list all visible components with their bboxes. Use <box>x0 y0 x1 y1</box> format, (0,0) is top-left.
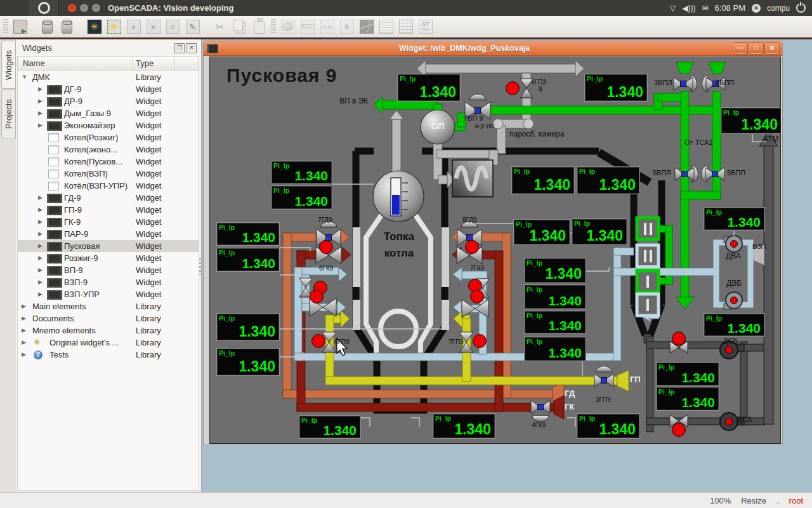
window-maximize-button[interactable]: ▫ <box>92 4 100 12</box>
run-project-button[interactable] <box>10 17 30 36</box>
mail-icon[interactable]: ✉ <box>702 4 708 13</box>
expander-right-icon[interactable]: ▶ <box>38 110 43 116</box>
value-display[interactable]: Pi_Ip 1.340 <box>433 413 495 439</box>
current-user[interactable]: root <box>789 496 803 505</box>
value-display[interactable]: Pi_Ip 1.340 <box>524 284 586 309</box>
expander-right-icon[interactable]: ▶ <box>22 327 26 333</box>
value-display[interactable]: Pi_Ip 1.340 <box>656 362 719 386</box>
tree-header[interactable]: Name Type <box>17 56 199 70</box>
expander-down-icon[interactable]: ▼ <box>22 74 27 80</box>
toolbar-handle[interactable] <box>3 19 8 34</box>
tree-item-Mnemo_elements[interactable]: ▶Mnemo elementsLibrary <box>18 324 199 337</box>
tab-widgets[interactable]: Widgets <box>1 41 16 89</box>
tree-item-Пусковая[interactable]: ▶ПусковаяWidget <box>18 240 199 252</box>
zoom-level[interactable]: 100% <box>710 496 731 505</box>
display-tag: Pi_Ip <box>219 314 235 322</box>
session-user[interactable]: compu <box>767 4 790 13</box>
mimic-canvas[interactable]: Пусковая 9 С/П Топка котла Pi_Ip 1.340Pi… <box>209 57 781 444</box>
expander-right-icon[interactable]: ▶ <box>22 315 26 321</box>
expander-right-icon[interactable]: ▶ <box>38 98 43 104</box>
expander-right-icon[interactable]: ▶ <box>22 303 26 309</box>
tree-item-ДР-9[interactable]: ▶ДР-9Widget <box>18 95 199 107</box>
panel-float-button[interactable]: ❐ <box>174 43 185 53</box>
value-display[interactable]: Pi_Ip 1.340 <box>572 218 627 245</box>
expander-right-icon[interactable]: ▶ <box>38 194 43 201</box>
window-close-button[interactable]: × <box>68 4 76 12</box>
tree-item-Documents[interactable]: ▶DocumentsLibrary <box>18 312 199 324</box>
value-display[interactable]: Pi_Ip 1.340 <box>271 185 332 210</box>
expander-right-icon[interactable]: ▶ <box>38 279 43 285</box>
tree-item-Дым_Газы_9[interactable]: ▶Дым_Газы 9Widget <box>18 107 199 119</box>
widget-minimize-button[interactable]: — <box>733 43 747 54</box>
new-widget-library-button[interactable]: ✳ <box>84 17 104 36</box>
power-icon[interactable] <box>796 3 806 13</box>
tree-item-ДГ-9[interactable]: ▶ДГ-9Widget <box>18 83 199 95</box>
value-display[interactable]: Pi_Ip 1.340 <box>704 313 765 337</box>
clock[interactable]: 6:08 PM <box>715 3 745 13</box>
display-tag: Pi_Ip <box>587 75 603 83</box>
tree-item-ГК-9[interactable]: ▶ГК-9Widget <box>18 216 199 228</box>
expander-right-icon[interactable]: ▶ <box>38 291 43 297</box>
wifi-icon[interactable]: ▽ <box>670 4 676 13</box>
new-container-widget-button[interactable]: ✳ <box>104 17 124 36</box>
widget-maximize-button[interactable]: □ <box>749 43 763 54</box>
value-display[interactable]: Pi_Ip 1.340 <box>299 415 361 439</box>
value-display[interactable]: Pi_Ip 1.340 <box>216 348 280 376</box>
tree-item-ВЗП-УПР[interactable]: ▶ВЗП-УПРWidget <box>18 288 199 300</box>
expander-right-icon[interactable]: ▶ <box>38 243 43 249</box>
tree-item-ВЗП-9[interactable]: ▶ВЗП-9Widget <box>18 276 199 288</box>
value-display[interactable]: Pi_Ip 1.340 <box>513 219 570 245</box>
tree-item-Экономайзер[interactable]: ▶ЭкономайзерWidget <box>18 119 199 131</box>
tree-item-ПАР-9[interactable]: ▶ПАР-9Widget <box>18 228 199 240</box>
tree-item-Original_widget_s_[interactable]: ▶✳Original widget's ...Library <box>18 337 199 349</box>
save-to-db-button[interactable] <box>57 17 77 36</box>
splitter-handle[interactable] <box>199 258 202 275</box>
widget-close-button[interactable]: ✕ <box>765 43 779 54</box>
tree-item-Main_elements[interactable]: ▶Main elementsLibrary <box>18 300 199 312</box>
edit-mode[interactable]: Resize <box>741 496 766 505</box>
load-from-db-button[interactable] <box>37 17 57 36</box>
expander-right-icon[interactable]: ▶ <box>38 231 43 237</box>
tree-item-Розжиг-9[interactable]: ▶Розжиг-9Widget <box>18 252 199 264</box>
value-display[interactable]: Pi_Ip 1.340 <box>397 74 461 102</box>
value-display[interactable]: Pi_Ip 1.340 <box>577 166 640 194</box>
tree-item-Котел_Пусков_[interactable]: Котел(Пусков...Widget <box>18 156 199 168</box>
tree-item-ГП-9[interactable]: ▶ГП-9Widget <box>18 204 199 216</box>
value-display[interactable]: Pi_Ip 1.340 <box>271 161 332 184</box>
expander-right-icon[interactable]: ▶ <box>22 339 26 345</box>
value-display[interactable]: Pi_Ip 1.340 <box>511 166 575 194</box>
tree-item-Котел_ВЗП_[interactable]: Котел(ВЗП)Widget <box>18 168 199 180</box>
tree-item-Котел_эконо_[interactable]: Котел(эконо...Widget <box>18 144 199 156</box>
value-display[interactable]: Pi_Ip 1.340 <box>656 387 719 411</box>
expander-right-icon[interactable]: ▶ <box>38 255 43 261</box>
tree-item-Котёл_ВЗП-УПР_[interactable]: Котёл(ВЗП-УПР)Widget <box>18 180 199 192</box>
expander-right-icon[interactable]: ▶ <box>38 206 43 213</box>
value-display[interactable]: Pi_Ip 1.340 <box>524 337 586 361</box>
value-display[interactable]: Pi_Ip 1.340 <box>216 313 280 341</box>
tree-item-ВП-9[interactable]: ▶ВП-9Widget <box>18 264 199 276</box>
expander-right-icon[interactable]: ▶ <box>38 218 43 225</box>
value-display[interactable]: Pi_Ip 1.340 <box>721 107 781 134</box>
volume-icon[interactable]: ◀))) <box>682 4 695 13</box>
value-display[interactable]: Pi_Ip 1.340 <box>216 222 280 246</box>
toolbar-handle[interactable] <box>271 19 276 34</box>
window-minimize-button[interactable]: − <box>80 4 88 12</box>
tab-projects[interactable]: Projects <box>1 89 16 138</box>
expander-right-icon[interactable]: ▶ <box>22 351 26 358</box>
value-display[interactable]: Pi_Ip 1.340 <box>577 413 640 439</box>
value-display[interactable]: Pi_Ip 1.340 <box>704 207 765 231</box>
tree-item-ГД-9[interactable]: ▶ГД-9Widget <box>18 192 199 204</box>
panel-close-button[interactable]: ✕ <box>187 43 197 53</box>
value-display[interactable]: Pi_Ip 1.340 <box>584 74 648 102</box>
expander-right-icon[interactable]: ▶ <box>38 122 43 128</box>
expander-right-icon[interactable]: ▶ <box>38 86 43 92</box>
value-display[interactable]: Pi_Ip 1.340 <box>216 248 280 272</box>
widget-window-titlebar[interactable]: Widget: /wlb_DMK/wdg_Puskovaja — □ ✕ <box>204 41 782 56</box>
ubuntu-launcher-button[interactable] <box>29 0 59 16</box>
tree-item-Tests[interactable]: ▶?TestsLibrary <box>18 349 199 361</box>
expander-right-icon[interactable]: ▶ <box>38 267 43 273</box>
tree-item-Котел_Розжиг_[interactable]: Котел(Розжиг)Widget <box>18 131 199 144</box>
value-display[interactable]: Pi_Ip 1.340 <box>524 258 586 283</box>
tree-item-ДМК[interactable]: ▼ДМКLibrary <box>18 71 199 83</box>
value-display[interactable]: Pi_Ip 1.340 <box>524 311 586 334</box>
